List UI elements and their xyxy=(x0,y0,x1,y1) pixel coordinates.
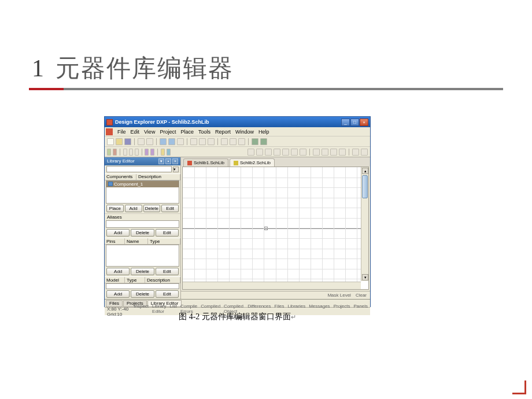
filter-clear-icon[interactable]: ▾ xyxy=(173,167,179,172)
menu-report[interactable]: Report xyxy=(215,129,231,135)
add-button[interactable]: Add xyxy=(125,205,142,212)
cut-icon[interactable] xyxy=(190,138,197,145)
mask-level[interactable]: Mask Level xyxy=(327,293,350,298)
maximize-button[interactable]: □ xyxy=(350,119,359,126)
dxp-icon[interactable] xyxy=(106,128,113,135)
draw-rect-icon[interactable] xyxy=(282,149,289,156)
close-button[interactable]: × xyxy=(360,119,368,126)
array-icon[interactable] xyxy=(352,149,359,156)
paste-icon[interactable] xyxy=(208,138,215,145)
menu-help[interactable]: Help xyxy=(258,129,269,135)
draw-ellipse-icon[interactable] xyxy=(274,149,280,156)
menu-tools[interactable]: Tools xyxy=(198,129,210,135)
draw-line-icon[interactable] xyxy=(247,149,254,156)
zoom-fit-icon[interactable] xyxy=(160,138,167,145)
tool2-3[interactable] xyxy=(123,149,127,156)
tool2-4[interactable] xyxy=(129,149,133,156)
alias-delete-button[interactable]: Delete xyxy=(131,229,154,237)
place-button[interactable]: Place xyxy=(106,205,124,212)
components-col1[interactable]: Components xyxy=(105,174,136,180)
pin-add-button[interactable]: Add xyxy=(106,268,130,275)
draw-polyline-icon[interactable] xyxy=(256,149,263,156)
tool2-6[interactable] xyxy=(145,149,149,156)
tool2-5[interactable] xyxy=(135,149,139,156)
status-messages[interactable]: Messages xyxy=(309,304,330,319)
place-part-icon[interactable] xyxy=(330,149,337,156)
open-icon[interactable] xyxy=(116,138,123,145)
move-icon[interactable] xyxy=(230,138,237,145)
select-icon[interactable] xyxy=(221,138,228,145)
model-delete-button[interactable]: Delete xyxy=(131,290,154,298)
pin-delete-button[interactable]: Delete xyxy=(131,268,154,275)
canvas-tabs: Schlib1.SchLib Schlib2.SchLib xyxy=(181,157,370,167)
drawing-canvas[interactable]: ▴ ▾ xyxy=(182,167,369,290)
scroll-thumb[interactable] xyxy=(362,175,368,198)
pins-col1[interactable]: Pins xyxy=(105,238,125,244)
components-col2[interactable]: Description xyxy=(136,174,180,180)
model-edit-button[interactable]: Edit xyxy=(156,290,179,298)
draw-arc-icon[interactable] xyxy=(265,149,272,156)
pin-edit-button[interactable]: Edit xyxy=(156,268,179,275)
scroll-down-icon[interactable]: ▾ xyxy=(362,274,368,280)
model-add-button[interactable]: Add xyxy=(106,290,130,298)
caption-arrow-icon: ↵ xyxy=(291,313,296,320)
status-inspect[interactable]: Inspect xyxy=(134,304,149,319)
filter-input[interactable] xyxy=(106,166,172,172)
scrollbar-horizontal[interactable] xyxy=(183,282,361,289)
redo-icon[interactable] xyxy=(260,138,267,145)
new-icon[interactable] xyxy=(107,138,114,145)
place-ieee-icon[interactable] xyxy=(322,149,328,156)
pins-col2[interactable]: Name xyxy=(125,238,148,244)
model-col2[interactable]: Type xyxy=(125,277,145,283)
canvas-tab-2[interactable]: Schlib2.SchLib xyxy=(230,158,275,167)
canvas-area: Schlib1.SchLib Schlib2.SchLib ▴ xyxy=(181,157,370,299)
pins-col3[interactable]: Type xyxy=(148,238,180,244)
draw-text-icon[interactable] xyxy=(300,149,306,156)
undo-icon[interactable] xyxy=(252,138,258,145)
model-col1[interactable]: Model xyxy=(105,277,125,283)
zoom-select-icon[interactable] xyxy=(177,138,184,145)
tool2-7[interactable] xyxy=(150,149,154,156)
component-icon xyxy=(108,182,113,186)
menu-file[interactable]: File xyxy=(117,129,126,135)
status-list[interactable]: List xyxy=(170,304,177,319)
grid-icon[interactable] xyxy=(361,149,368,156)
menu-place[interactable]: Place xyxy=(180,129,194,135)
component-row[interactable]: Component_1 xyxy=(106,181,179,187)
tool2-9[interactable] xyxy=(167,149,171,156)
status-libedit[interactable]: Library Editor xyxy=(152,304,166,319)
scroll-up-icon[interactable]: ▴ xyxy=(362,168,368,174)
tool2-8[interactable] xyxy=(161,149,165,156)
menu-edit[interactable]: Edit xyxy=(131,129,140,135)
deselect-icon[interactable] xyxy=(238,138,245,145)
copy-icon[interactable] xyxy=(199,138,206,145)
menu-window[interactable]: Window xyxy=(235,129,254,135)
clear-link[interactable]: Clear xyxy=(356,293,367,298)
panel-dropdown-icon[interactable]: ▾ xyxy=(158,158,164,164)
model-col3[interactable]: Description xyxy=(145,277,180,283)
zoom-area-icon[interactable] xyxy=(168,138,175,145)
menu-view[interactable]: View xyxy=(144,129,155,135)
alias-add-button[interactable]: Add xyxy=(106,229,130,237)
menu-project[interactable]: Project xyxy=(160,129,176,135)
edit-button[interactable]: Edit xyxy=(161,205,179,212)
tool2-2[interactable] xyxy=(113,149,117,156)
place-image-icon[interactable] xyxy=(339,149,346,156)
minimize-button[interactable]: _ xyxy=(341,119,350,126)
canvas-tab-1[interactable]: Schlib1.SchLib xyxy=(183,158,228,167)
delete-button[interactable]: Delete xyxy=(143,205,161,212)
pins-buttons: Add Delete Edit xyxy=(105,267,180,276)
panel-close-icon[interactable]: × xyxy=(172,158,178,164)
alias-edit-button[interactable]: Edit xyxy=(156,229,179,237)
panel-pin-icon[interactable]: ▪ xyxy=(165,158,171,164)
doc-icon xyxy=(187,161,192,165)
status-projects[interactable]: Projects xyxy=(334,304,350,319)
save-icon[interactable] xyxy=(124,138,131,145)
preview-icon[interactable] xyxy=(146,138,153,145)
print-icon[interactable] xyxy=(138,138,145,145)
place-pin-icon[interactable] xyxy=(313,149,320,156)
draw-polygon-icon[interactable] xyxy=(291,149,298,156)
status-panels-link[interactable]: Panels xyxy=(354,304,368,319)
scrollbar-vertical[interactable]: ▴ ▾ xyxy=(361,167,368,281)
tool2-1[interactable] xyxy=(107,149,111,156)
